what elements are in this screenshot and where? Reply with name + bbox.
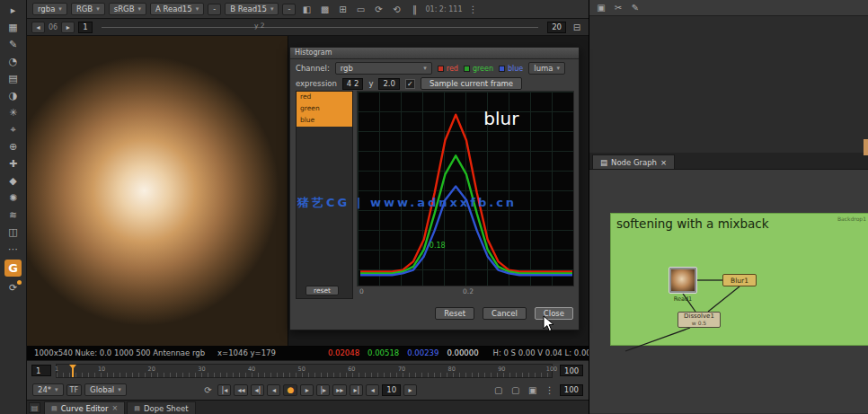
views-icon[interactable]: ◫: [4, 225, 22, 239]
blur-node[interactable]: Blur1: [722, 274, 757, 286]
frame-inc-button[interactable]: ▸: [403, 384, 417, 396]
particles-icon[interactable]: ✺: [4, 190, 22, 205]
prev-version-button[interactable]: ◂: [31, 22, 45, 33]
last-frame-button[interactable]: ▸|: [350, 384, 363, 396]
viewer-slider[interactable]: y 2: [102, 27, 539, 28]
cancel-button[interactable]: Cancel: [483, 307, 527, 320]
keyer-icon[interactable]: ⌖: [4, 122, 22, 137]
range-start-field[interactable]: 1: [31, 365, 51, 376]
update-icon[interactable]: ⟳: [4, 280, 22, 295]
fast-forward-button[interactable]: ▸▸: [332, 384, 347, 396]
tab-curve-editor[interactable]: ▤ Curve Editor ×: [44, 401, 125, 414]
range-end-field[interactable]: 100: [560, 365, 583, 376]
3d-icon[interactable]: ◆: [4, 173, 22, 188]
green-checkbox[interactable]: green: [464, 65, 493, 73]
more-icon[interactable]: ⋮: [543, 383, 557, 396]
y-field[interactable]: 2.0: [378, 78, 400, 90]
zoom-field[interactable]: 20: [547, 22, 566, 33]
close-icon[interactable]: ×: [112, 404, 119, 412]
more-dots-icon[interactable]: ⋮: [465, 3, 480, 15]
frame-increment-field[interactable]: 10: [382, 384, 401, 396]
image-icon[interactable]: ▦: [4, 20, 22, 34]
pointer-icon[interactable]: ▸: [4, 3, 22, 17]
input-b-select[interactable]: B Read15▾: [225, 3, 279, 15]
refresh-icon[interactable]: ⟳: [371, 3, 385, 15]
fps-select[interactable]: 24*▾: [32, 383, 64, 396]
dialog-titlebar[interactable]: Histogram: [290, 48, 579, 59]
channel-list[interactable]: red green blue reset: [296, 91, 353, 299]
collapse-icon[interactable]: ⊟: [570, 21, 584, 33]
list-item-red[interactable]: red: [297, 92, 352, 103]
expression-field[interactable]: 4 2: [342, 78, 364, 90]
current-frame-button[interactable]: ●: [283, 384, 297, 396]
layer-select[interactable]: rgba▾: [32, 3, 67, 15]
dissolve-node[interactable]: Dissolve1 w 0.5: [678, 312, 721, 328]
frame-ruler[interactable]: 1102030405060708090100: [56, 364, 553, 378]
wipe-icon[interactable]: ◧: [299, 3, 314, 15]
checker-icon[interactable]: ▩: [317, 3, 332, 15]
read-node[interactable]: [669, 267, 697, 294]
transform-icon[interactable]: ✚: [4, 156, 22, 171]
overlay-checkbox[interactable]: ✓: [405, 79, 415, 89]
mode-select[interactable]: luma▾: [528, 62, 565, 75]
deep-icon[interactable]: ≋: [4, 207, 22, 222]
playhead[interactable]: [72, 365, 74, 377]
lock-icon[interactable]: ▣: [526, 383, 540, 396]
tab-dope-sheet[interactable]: ▤ Dope Sheet: [127, 401, 195, 414]
cut-icon[interactable]: ✂: [611, 2, 625, 14]
channel-icon[interactable]: ▤: [4, 71, 22, 85]
first-frame-button[interactable]: |◂: [217, 384, 231, 396]
list-reset-button[interactable]: reset: [306, 286, 339, 295]
draw-icon[interactable]: ✎: [4, 37, 22, 51]
tab-label: Dope Sheet: [144, 404, 189, 413]
viewer-toolbar: rgba▾RGB▾sRGB▾A Read15▾-B Read15▾-◧▩⊞▭⟳⟲…: [27, 0, 589, 19]
sync-icon[interactable]: ⟲: [389, 3, 403, 15]
next-frame-button[interactable]: |▸: [316, 384, 330, 396]
loop-icon[interactable]: ⟳: [200, 383, 215, 396]
expression-label: expression: [296, 79, 337, 88]
play-backward-button[interactable]: ◂: [267, 384, 280, 396]
sample-current-frame-button[interactable]: Sample current frame: [421, 77, 522, 90]
input-a-clear-button[interactable]: -: [208, 4, 221, 15]
frame-field[interactable]: 1: [78, 22, 92, 33]
time-icon[interactable]: ◔: [4, 54, 22, 68]
fast-backward-button[interactable]: ◂◂: [234, 384, 248, 396]
g-logo[interactable]: G: [4, 260, 22, 277]
blue-checkbox[interactable]: blue: [499, 65, 523, 73]
display-select[interactable]: sRGB▾: [109, 3, 146, 15]
close-icon[interactable]: ×: [660, 158, 667, 167]
monitor-icon[interactable]: ▭: [353, 3, 368, 15]
next-version-button[interactable]: ▸: [61, 22, 75, 33]
color-icon[interactable]: ◑: [4, 88, 22, 102]
tab-node-graph[interactable]: ▤ Node Graph ×: [592, 154, 675, 169]
tf-button[interactable]: TF: [66, 384, 83, 396]
range-end-field[interactable]: 100: [560, 384, 583, 396]
frame-dec-button[interactable]: ◂: [366, 384, 379, 396]
dock-icon[interactable]: ▣: [594, 2, 608, 14]
merge-icon[interactable]: ⊕: [4, 139, 22, 154]
panel-divider-handle[interactable]: [864, 139, 868, 155]
viewer-range-a-icon[interactable]: ▢: [492, 383, 506, 396]
filter-icon[interactable]: ✳: [4, 105, 22, 119]
panel-menu-icon[interactable]: ▤: [29, 402, 40, 413]
channel-label: Channel:: [296, 64, 330, 73]
prev-frame-button[interactable]: ◂|: [251, 384, 264, 396]
curve-graph[interactable]: blur0.18: [357, 91, 574, 286]
channel-select[interactable]: RGB▾: [71, 3, 105, 15]
list-item-green[interactable]: green: [297, 103, 352, 115]
other-icon[interactable]: ⋯: [4, 242, 22, 256]
edit-icon[interactable]: ✎: [628, 2, 642, 14]
viewer-canvas[interactable]: [27, 36, 288, 346]
red-checkbox[interactable]: red: [438, 65, 458, 73]
pause-icon[interactable]: ‖: [407, 3, 421, 15]
node-graph-canvas[interactable]: softening with a mixback Backdrop1 Read1…: [589, 170, 868, 413]
roi-icon[interactable]: ⊞: [335, 3, 350, 15]
input-b-clear-button[interactable]: -: [282, 4, 296, 15]
channel-select[interactable]: rgb▾: [335, 62, 432, 75]
viewer-range-b-icon[interactable]: ▢: [509, 383, 523, 396]
list-item-blue[interactable]: blue: [297, 115, 352, 127]
play-forward-button[interactable]: ▸: [300, 384, 314, 396]
range-mode-select[interactable]: Global▾: [84, 383, 127, 396]
input-a-select[interactable]: A Read15▾: [150, 3, 204, 15]
reset-button[interactable]: Reset: [435, 307, 474, 320]
